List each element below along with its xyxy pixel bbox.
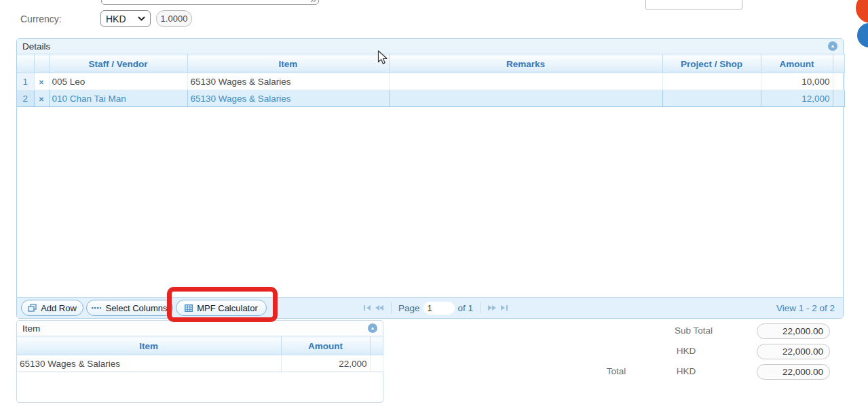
row-number: 1 (17, 73, 34, 90)
floating-blue-button[interactable] (857, 23, 868, 47)
cell-item: 65130 Wages & Salaries (17, 355, 281, 372)
cell-filler (833, 73, 844, 90)
delete-row-icon[interactable]: ✕ (39, 96, 44, 103)
page-label: Page (398, 303, 420, 313)
mpf-calculator-button[interactable]: MPF Calculator (176, 300, 267, 316)
cell-item[interactable]: 65130 Wages & Salaries (187, 73, 389, 90)
col-item[interactable]: Item (187, 55, 389, 73)
col-item[interactable]: Item (17, 337, 281, 355)
delete-row-icon[interactable]: ✕ (39, 79, 44, 86)
cell-remarks[interactable] (389, 73, 662, 90)
cell-remarks[interactable] (389, 90, 662, 107)
total-currency-label: HKD (660, 364, 713, 379)
first-page-icon[interactable] (363, 304, 371, 311)
pagination: Page of 1 (363, 302, 508, 315)
item-panel-title: Item (22, 323, 40, 334)
exchange-rate-field[interactable]: 1.0000 (156, 10, 192, 27)
total-label: Total (597, 364, 635, 379)
cell-amount: 22,000 (281, 355, 370, 372)
table-row[interactable]: 1 ✕ 005 Leo 65130 Wages & Salaries 10,00… (17, 73, 844, 90)
col-filler (370, 337, 383, 355)
sub-total-currency-value: 22,000.00 (757, 344, 830, 359)
view-range-label: View 1 - 2 of 2 (776, 303, 839, 313)
col-remarks[interactable]: Remarks (389, 55, 662, 73)
mpf-calculator-icon (185, 304, 193, 312)
select-columns-button[interactable]: Select Columns (86, 300, 173, 316)
row-number: 2 (17, 90, 34, 107)
add-row-icon (28, 304, 37, 312)
collapse-item-icon[interactable]: ▲ (368, 323, 377, 333)
col-staff-vendor[interactable]: Staff / Vendor (49, 55, 187, 73)
currency-select-value: HKD (106, 14, 126, 24)
sub-total-currency-label: HKD (660, 344, 713, 359)
last-page-icon[interactable] (500, 304, 508, 311)
pager-divider (480, 302, 480, 313)
col-project-shop[interactable]: Project / Shop (662, 55, 761, 73)
item-panel-header: Item ▲ (17, 321, 383, 336)
add-row-button[interactable]: Add Row (21, 300, 83, 316)
item-table: Item Amount 65130 Wages & Salaries 22,00… (17, 336, 383, 372)
details-table: Staff / Vendor Item Remarks Project / Sh… (17, 54, 845, 107)
cell-project-shop[interactable] (662, 73, 761, 90)
pager-divider (391, 302, 392, 313)
details-panel-title: Details (22, 41, 50, 52)
cell-filler (833, 90, 844, 107)
table-row[interactable]: 2 ✕ 010 Chan Tai Man 65130 Wages & Salar… (17, 90, 844, 107)
cell-amount[interactable]: 12,000 (761, 90, 833, 107)
cell-staff-vendor[interactable]: 005 Leo (49, 73, 187, 90)
next-page-icon[interactable] (487, 304, 497, 311)
collapse-details-icon[interactable]: ▲ (828, 41, 837, 51)
prev-page-icon[interactable] (375, 304, 384, 311)
cell-amount[interactable]: 10,000 (761, 73, 833, 90)
sub-total-label: Sub Total (660, 323, 728, 338)
item-summary-panel: Item ▲ Item Amount 65130 Wages & Salarie… (16, 320, 383, 403)
currency-select[interactable]: HKD (100, 10, 151, 27)
resize-grip-icon[interactable] (310, 0, 317, 3)
table-row[interactable]: 65130 Wages & Salaries 22,000 (17, 355, 383, 372)
col-amount[interactable]: Amount (761, 55, 833, 73)
details-panel: Details ▲ Staff / Vendor Item Remarks Pr… (16, 38, 844, 319)
remarks-textarea[interactable] (101, 0, 319, 5)
col-filler (833, 55, 844, 73)
chevron-down-icon (138, 16, 145, 21)
total-value: 22,000.00 (757, 364, 830, 380)
cell-staff-vendor[interactable]: 010 Chan Tai Man (49, 90, 187, 107)
page-input[interactable] (423, 302, 455, 315)
floating-red-button[interactable] (856, 0, 868, 23)
details-grid-toolbar: Add Row Select Columns MPF Calculator (17, 297, 843, 318)
cell-filler (370, 355, 383, 372)
details-header-row: Staff / Vendor Item Remarks Project / Sh… (17, 55, 844, 73)
page-of-label: of 1 (458, 303, 474, 313)
top-right-input[interactable] (645, 0, 742, 9)
col-amount[interactable]: Amount (281, 337, 370, 355)
details-panel-header: Details ▲ (17, 39, 843, 54)
currency-label: Currency: (20, 14, 62, 24)
col-delete (34, 55, 49, 73)
item-header-row: Item Amount (17, 337, 383, 355)
col-rownum (17, 55, 34, 73)
sub-total-value: 22,000.00 (757, 323, 830, 339)
cell-project-shop[interactable] (662, 90, 761, 107)
select-columns-icon (92, 305, 101, 311)
cell-item[interactable]: 65130 Wages & Salaries (187, 90, 389, 107)
